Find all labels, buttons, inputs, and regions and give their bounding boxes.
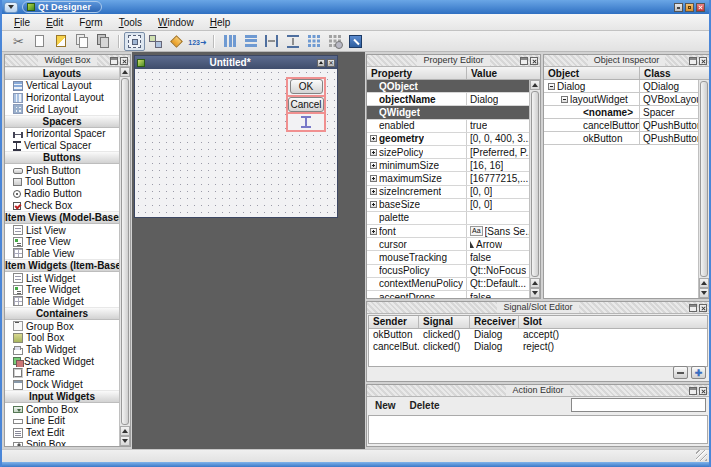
scroll-up-icon[interactable] <box>699 278 709 288</box>
widget-category-header[interactable]: Layouts <box>5 67 119 80</box>
toolbar-button[interactable] <box>261 32 282 51</box>
menu-item[interactable]: Tools <box>111 16 150 29</box>
form-canvas[interactable]: OK Cancel <box>135 69 337 217</box>
form-titlebar[interactable]: Untitled* <box>135 56 337 69</box>
widget-box-item[interactable]: Tab Widget <box>5 344 119 356</box>
property-value[interactable]: false <box>467 291 529 298</box>
menu-item[interactable]: Window <box>150 16 202 29</box>
column-headers[interactable]: Object Class <box>544 67 709 80</box>
vbox-layout[interactable]: OK Cancel <box>286 77 326 132</box>
property-row[interactable]: cursor Arrow <box>367 238 529 251</box>
property-value[interactable]: Qt::Default... <box>467 278 529 290</box>
widget-box-scrollbar[interactable] <box>119 67 130 446</box>
widget-category-header[interactable]: Item Widgets (Item-Based) <box>5 259 119 272</box>
menu-item[interactable]: File <box>6 16 38 29</box>
property-value[interactable]: [0, 0, 400, 3... <box>467 133 529 145</box>
object-inspector-scrollbar[interactable] <box>698 80 709 298</box>
scrollbar-thumb[interactable] <box>121 78 129 425</box>
column-headers[interactable]: Sender Signal Receiver Slot <box>369 316 707 329</box>
undock-icon[interactable] <box>110 57 118 65</box>
cancel-button[interactable]: Cancel <box>288 97 324 112</box>
widget-box-item[interactable]: Line Edit <box>5 415 119 427</box>
property-row[interactable]: focusPolicy Qt::NoFocus <box>367 265 529 278</box>
vertical-spacer-icon[interactable] <box>300 116 312 128</box>
object-row[interactable]: Dialog QDialog <box>544 80 698 93</box>
property-value[interactable]: true <box>467 120 529 132</box>
action-list[interactable] <box>368 415 708 444</box>
property-row[interactable]: sizePolicy [Preferred, P... <box>367 146 529 159</box>
widget-box-item[interactable]: Text Edit <box>5 427 119 439</box>
widget-box-item[interactable]: Combo Box <box>5 403 119 415</box>
property-row[interactable]: geometry [0, 0, 400, 3... <box>367 133 529 146</box>
scroll-down-icon[interactable] <box>699 288 709 298</box>
property-value[interactable] <box>467 212 529 224</box>
new-action-button[interactable]: New <box>375 400 396 411</box>
widget-box-item[interactable]: Table View <box>5 248 119 260</box>
scroll-up-icon[interactable] <box>530 80 540 90</box>
collapse-icon[interactable] <box>548 83 555 90</box>
property-value[interactable]: [0, 0] <box>467 186 529 198</box>
property-value[interactable]: [Preferred, P... <box>467 146 529 158</box>
scroll-down-icon[interactable] <box>120 436 130 446</box>
widget-box-item[interactable]: Tree View <box>5 236 119 248</box>
widget-box-item[interactable]: Stacked Widget <box>5 355 119 367</box>
property-row[interactable]: acceptDrops false <box>367 291 529 298</box>
scrollbar-thumb[interactable] <box>531 91 539 277</box>
property-editor-scrollbar[interactable] <box>529 80 540 298</box>
menu-item[interactable]: Edit <box>38 16 71 29</box>
widget-box-item[interactable]: Tool Button <box>5 176 119 188</box>
toolbar-button[interactable] <box>282 32 303 51</box>
undock-icon[interactable] <box>689 57 697 65</box>
widget-box-item[interactable]: Spin Box <box>5 439 119 447</box>
widget-box-item[interactable]: Group Box <box>5 320 119 332</box>
property-row[interactable]: palette <box>367 212 529 225</box>
property-value[interactable]: Aa [Sans Se... <box>467 225 529 237</box>
widget-box-item[interactable]: Vertical Layout <box>5 80 119 92</box>
property-value[interactable]: Qt::NoFocus <box>467 265 529 277</box>
widget-box-item[interactable]: Tool Box <box>5 332 119 344</box>
object-row[interactable]: <noname> Spacer <box>544 106 698 119</box>
column-signal[interactable]: Signal <box>419 316 470 328</box>
property-row[interactable]: QObject <box>367 80 529 93</box>
object-row[interactable]: layoutWidget QVBoxLayout <box>544 93 698 106</box>
action-filter-input[interactable] <box>571 398 706 412</box>
widget-box-item[interactable]: Grid Layout <box>5 103 119 115</box>
widget-category-header[interactable]: Containers <box>5 307 119 320</box>
form-minimize-button[interactable] <box>317 59 325 67</box>
property-row[interactable]: baseSize [0, 0] <box>367 199 529 212</box>
toolbar-button[interactable] <box>145 32 166 51</box>
toolbar-button[interactable] <box>240 32 261 51</box>
property-row[interactable]: minimumSize [16, 16] <box>367 159 529 172</box>
expand-icon[interactable] <box>370 228 377 235</box>
property-row[interactable]: mouseTracking false <box>367 251 529 264</box>
toolbar-button[interactable] <box>8 32 29 51</box>
toolbar-button[interactable] <box>71 32 92 51</box>
expand-icon[interactable] <box>370 149 377 156</box>
form-window[interactable]: Untitled* OK Cancel <box>134 55 338 218</box>
widget-box-item[interactable]: Table Widget <box>5 296 119 308</box>
toolbar-button[interactable] <box>124 32 145 51</box>
property-value[interactable]: [16777215,... <box>467 172 529 184</box>
object-inspector-header[interactable]: Object Inspector <box>544 55 709 67</box>
scroll-up-icon[interactable] <box>120 426 130 436</box>
property-row[interactable]: objectName Dialog <box>367 93 529 106</box>
property-row[interactable]: contextMenuPolicy Qt::Default... <box>367 278 529 291</box>
property-value[interactable]: [16, 16] <box>467 159 529 171</box>
widget-box-item[interactable]: List View <box>5 224 119 236</box>
column-sender[interactable]: Sender <box>369 316 419 328</box>
window-menu-button[interactable] <box>4 2 18 13</box>
widget-box-item[interactable]: List Widget <box>5 272 119 284</box>
close-icon[interactable] <box>530 57 538 65</box>
column-value[interactable]: Value <box>467 67 501 79</box>
close-button[interactable] <box>696 3 705 12</box>
property-row[interactable]: sizeIncrement [0, 0] <box>367 186 529 199</box>
expand-icon[interactable] <box>370 201 377 208</box>
remove-connection-button[interactable] <box>673 366 688 379</box>
widget-box-item[interactable]: Push Button <box>5 164 119 176</box>
column-class[interactable]: Class <box>640 67 675 79</box>
menu-item[interactable]: Form <box>71 16 110 29</box>
expand-icon[interactable] <box>370 188 377 195</box>
object-row[interactable]: cancelButton QPushButton <box>544 119 698 132</box>
close-icon[interactable] <box>699 387 707 395</box>
widget-box-item[interactable]: Dock Widget <box>5 379 119 391</box>
